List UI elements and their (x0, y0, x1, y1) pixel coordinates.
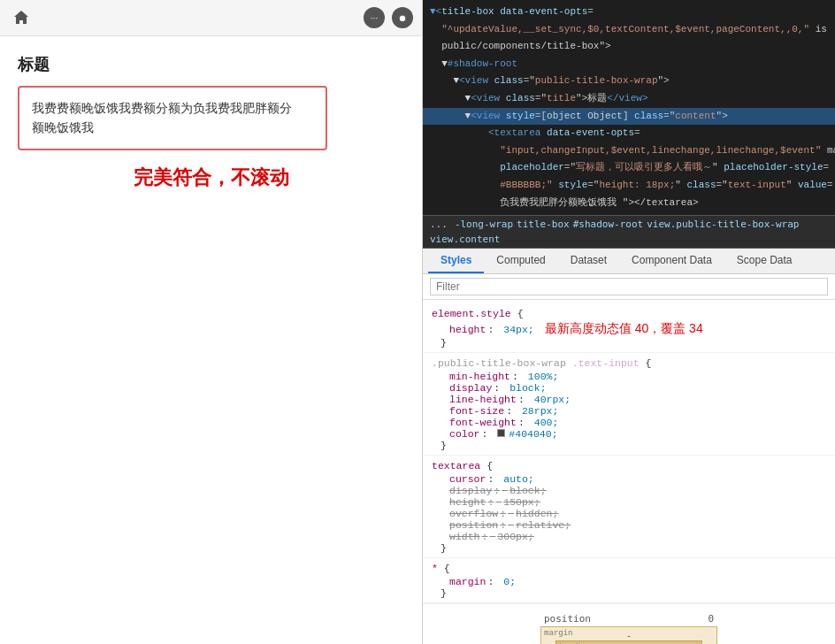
fit-label: 完美符合，不滚动 (18, 165, 404, 191)
dom-line: ▼#shadow-root (423, 56, 835, 73)
breadcrumb-item-titlebox[interactable]: title-box (517, 218, 570, 230)
position-label: position (544, 613, 591, 625)
style-prop-display-s: display: block; (432, 485, 826, 496)
dynamic-annotation: 最新高度动态值 40，覆盖 34 (545, 321, 703, 337)
margin-label: margin (544, 628, 573, 637)
style-prop-fontweight: font-weight: 400; (432, 417, 826, 428)
left-panel: ··· ⏺ 标题 我费费额晚饭饿我费额分额为负我费我肥胖额分 额晚饭饿我 完美符… (0, 0, 423, 644)
box-diagram: position 0 margin - - border - - (540, 611, 717, 644)
dom-line: "^updateValue,__set_sync,$0,textContent,… (423, 21, 835, 39)
style-selector-wrap: .public-title-box-wrap .text-input { (432, 355, 826, 371)
style-prop-width-s: width: 300px; (432, 531, 826, 542)
position-value: 0 (708, 613, 714, 625)
style-prop-minheight: min-height: 100%; (432, 371, 826, 382)
breadcrumb-item-viewcontent[interactable]: view.content (430, 234, 500, 245)
left-content: 标题 我费费额晚饭饿我费额分额为负我费我肥胖额分 额晚饭饿我 完美符合，不滚动 (0, 36, 422, 644)
breadcrumb-item-shadowroot[interactable]: #shadow-root (573, 218, 643, 230)
tab-component-data[interactable]: Component Data (619, 249, 724, 273)
tab-styles[interactable]: Styles (428, 249, 484, 273)
box-margin: margin - - border - - padding (540, 626, 717, 644)
tab-computed[interactable]: Computed (484, 249, 557, 273)
right-panel: ▼<title-box data-event-opts= "^updateVal… (423, 0, 835, 644)
style-close: } (432, 587, 826, 599)
box-border: border - - padding - - (555, 640, 702, 644)
dom-line: placeholder="写标题，可以吸引更多人看哦～" placeholder… (423, 159, 835, 177)
dom-line: #BBBBBB;" style="height: 18px;" class="t… (423, 177, 835, 195)
style-prop-position-s: position: relative; (432, 519, 826, 531)
style-prop-cursor: cursor: auto; (432, 473, 826, 485)
style-selector-textarea: textarea { (432, 457, 826, 473)
styles-content[interactable]: element.style { height: 34px; 最新高度动态值 40… (423, 300, 835, 644)
page-title: 标题 (18, 54, 404, 75)
margin-middle: - border - - padding - (543, 640, 715, 644)
box-model-section: position 0 margin - - border - - (423, 603, 835, 644)
margin-left: - (543, 640, 555, 644)
breadcrumb-item-longwrap[interactable]: -long-wrap (455, 218, 513, 230)
style-prop-margin: margin: 0; (432, 576, 826, 587)
style-block-textarea: textarea { cursor: auto; display: block;… (423, 456, 835, 558)
style-close: } (432, 440, 826, 451)
home-button[interactable] (9, 5, 34, 30)
style-prop-overflow-s: overflow: hidden; (432, 508, 826, 519)
dom-line: ▼<title-box data-event-opts= (423, 4, 835, 21)
breadcrumb-item-viewwrap[interactable]: view.public-title-box-wrap (647, 218, 799, 230)
tab-scope-data[interactable]: Scope Data (724, 249, 805, 273)
style-prop-height-s: height: 150px; (432, 496, 826, 508)
style-close: } (432, 542, 826, 554)
style-prop-height: height: 34px; 最新高度动态值 40，覆盖 34 (432, 321, 826, 337)
style-block-star: * { margin: 0; } (423, 558, 835, 603)
style-prop-fontsize: font-size: 28rpx; (432, 405, 826, 417)
dom-line-selected[interactable]: ▼<view style=[object Object] class="cont… (423, 108, 835, 126)
box-position-row: position 0 (540, 611, 717, 626)
record-button[interactable]: ⏺ (392, 7, 413, 28)
content-text: 我费费额晚饭饿我费额分额为负我费我肥胖额分 额晚饭饿我 (32, 98, 313, 138)
dom-line: 负我费我肥胖分额晚饭饿我 "></textarea> (423, 195, 835, 212)
dom-tree[interactable]: ▼<title-box data-event-opts= "^updateVal… (423, 0, 835, 216)
left-top-bar: ··· ⏺ (0, 0, 422, 36)
style-prop-lineheight: line-height: 40rpx; (432, 394, 826, 405)
margin-right: - (702, 640, 715, 644)
filter-bar (423, 274, 835, 300)
dom-line: ▼<view class="public-title-box-wrap"> (423, 73, 835, 90)
breadcrumb-bar: ... -long-wrap title-box #shadow-root vi… (423, 216, 835, 249)
style-prop-display: display: block; (432, 382, 826, 394)
more-button[interactable]: ··· (364, 7, 385, 28)
style-block-wrap: .public-title-box-wrap .text-input { min… (423, 353, 835, 456)
style-selector: element.style { (432, 305, 826, 321)
style-prop-color: color: #404040; (432, 428, 826, 440)
tabs-bar: Styles Computed Dataset Component Data S… (423, 249, 835, 274)
top-right-icons: ··· ⏺ (364, 7, 413, 28)
style-close: } (432, 337, 826, 349)
tab-dataset[interactable]: Dataset (558, 249, 619, 273)
dom-line: "input,changeInput,$event,linechange,lin… (423, 142, 835, 160)
content-box: 我费费额晚饭饿我费额分额为负我费我肥胖额分 额晚饭饿我 (18, 86, 327, 150)
style-block-element: element.style { height: 34px; 最新高度动态值 40… (423, 303, 835, 353)
filter-input[interactable] (430, 278, 828, 295)
breadcrumb-dots[interactable]: ... (430, 218, 448, 230)
dom-line: ▼<view class="title">标题</view> (423, 90, 835, 108)
dom-line: public/components/title-box"> (423, 38, 835, 56)
dom-line: <textarea data-event-opts= (423, 125, 835, 142)
style-selector-star: * { (432, 560, 826, 576)
